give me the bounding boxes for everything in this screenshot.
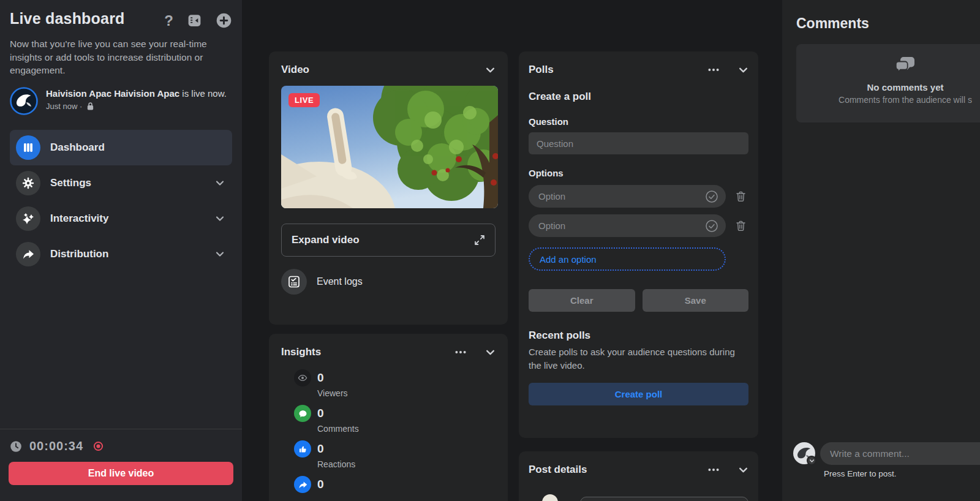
video-card-title: Video	[281, 64, 309, 76]
chevron-down-icon[interactable]	[485, 347, 496, 358]
chevron-down-icon[interactable]	[485, 65, 496, 75]
expand-video-button[interactable]: Expand video	[281, 224, 496, 257]
stat-shares: 0	[294, 476, 496, 495]
sidebar-footer: 00:00:34 End live video	[0, 429, 242, 501]
more-options-icon[interactable]	[707, 464, 720, 476]
chevron-badge-icon[interactable]	[807, 456, 816, 465]
create-poll-button[interactable]: Create poll	[529, 383, 748, 405]
question-label: Question	[529, 116, 748, 127]
stat-label: Viewers	[317, 388, 496, 398]
live-producer-app: Live dashboard ? Now that you're live yo…	[0, 0, 980, 501]
clock-icon	[10, 440, 22, 453]
post-preview-box	[580, 497, 748, 501]
post-details-title: Post details	[529, 464, 587, 476]
polls-card-title: Polls	[529, 64, 554, 76]
more-options-icon[interactable]	[454, 346, 467, 358]
option-row	[529, 214, 748, 237]
more-options-icon[interactable]	[707, 64, 720, 76]
no-comments-subtitle: Comments from the audience will s	[796, 95, 980, 105]
check-circle-icon[interactable]	[705, 219, 718, 233]
options-label: Options	[529, 168, 748, 178]
sidebar-item-label: Dashboard	[50, 141, 105, 154]
broadcaster-name: Haivision Apac Haivision Apac	[46, 88, 179, 99]
page-title: Live dashboard	[10, 10, 125, 28]
chevron-down-icon[interactable]	[738, 65, 748, 75]
event-logs-icon	[281, 269, 307, 295]
sparkles-icon	[16, 206, 40, 231]
stat-value: 0	[317, 478, 496, 491]
comment-icon	[294, 405, 311, 422]
trash-icon[interactable]	[735, 220, 747, 232]
live-timer: 00:00:34	[29, 439, 83, 453]
polls-card: Polls Create a poll Question Options	[519, 51, 758, 438]
add-option-button[interactable]: Add an option	[529, 247, 726, 271]
live-status-suffix: is live now.	[179, 88, 227, 99]
sidebar-nav: Dashboard Settings Interactivity	[10, 130, 232, 272]
speech-bubbles-icon	[895, 56, 916, 73]
collapse-panel-icon[interactable]	[187, 13, 202, 28]
event-logs-item[interactable]: Event logs	[281, 269, 496, 295]
live-video-preview[interactable]: LIVE	[281, 86, 498, 208]
stat-value: 0	[317, 371, 496, 385]
sidebar-item-dashboard[interactable]: Dashboard	[10, 130, 232, 165]
comments-empty-state: No comments yet Comments from the audien…	[796, 44, 980, 122]
gear-icon	[16, 171, 40, 195]
question-input[interactable]	[529, 132, 748, 154]
sidebar-item-label: Distribution	[50, 248, 108, 260]
comments-title: Comments	[796, 15, 869, 32]
stat-comments: 0 Comments	[294, 405, 496, 434]
sidebar-item-distribution[interactable]: Distribution	[10, 236, 232, 272]
share-icon	[294, 476, 311, 493]
chevron-down-icon[interactable]	[738, 465, 748, 475]
comment-hint: Press Enter to post.	[824, 469, 897, 478]
comment-input[interactable]	[820, 442, 980, 465]
recent-polls-description: Create polls to ask your audience questi…	[529, 345, 748, 372]
stat-value: 0	[317, 407, 496, 420]
trash-icon[interactable]	[735, 190, 747, 202]
lock-icon	[86, 102, 94, 111]
stat-reactions: 0 Reactions	[294, 440, 496, 469]
create-poll-heading: Create a poll	[529, 91, 748, 103]
avatar	[10, 87, 38, 115]
chevron-down-icon	[215, 178, 225, 188]
stat-value: 0	[317, 442, 496, 456]
expand-video-label: Expand video	[292, 234, 360, 246]
post-avatar	[542, 494, 558, 501]
sidebar-item-label: Settings	[50, 177, 91, 189]
chevron-down-icon	[215, 249, 225, 259]
help-icon[interactable]: ?	[164, 13, 173, 28]
option-input[interactable]	[538, 191, 705, 202]
option-input[interactable]	[538, 220, 705, 231]
stat-label: Comments	[317, 424, 496, 434]
live-status-text: Haivision Apac Haivision Apac is live no…	[46, 87, 230, 100]
sidebar-description: Now that you're live you can see your re…	[10, 37, 218, 77]
video-card: Video	[269, 51, 508, 325]
recent-polls-heading: Recent polls	[529, 330, 748, 342]
clear-button[interactable]: Clear	[529, 289, 635, 312]
expand-icon	[474, 235, 485, 246]
insights-card-title: Insights	[281, 346, 321, 358]
live-status-meta: Just now ·	[46, 102, 82, 111]
stat-label: Reactions	[317, 459, 496, 469]
live-status: Haivision Apac Haivision Apac is live no…	[10, 87, 232, 115]
add-icon[interactable]	[216, 12, 232, 29]
post-details-card: Post details	[519, 451, 758, 501]
live-badge: LIVE	[288, 93, 320, 107]
check-circle-icon[interactable]	[705, 190, 718, 203]
stat-viewers: 0 Viewers	[294, 369, 496, 398]
dashboard-icon	[16, 135, 40, 160]
share-arrow-icon	[16, 242, 40, 266]
comments-panel: Comments No comments yet Comments from t…	[782, 0, 980, 501]
thumbs-up-icon	[294, 440, 311, 458]
sidebar-item-label: Interactivity	[50, 213, 108, 225]
sidebar-item-settings[interactable]: Settings	[10, 165, 232, 201]
no-comments-title: No comments yet	[796, 82, 980, 92]
event-logs-label: Event logs	[317, 276, 363, 287]
sidebar-item-interactivity[interactable]: Interactivity	[10, 201, 232, 236]
option-row	[529, 185, 748, 208]
end-live-video-button[interactable]: End live video	[9, 462, 233, 485]
chevron-down-icon	[215, 214, 225, 224]
sidebar: Live dashboard ? Now that you're live yo…	[0, 0, 242, 501]
eye-icon	[294, 369, 311, 386]
save-button[interactable]: Save	[643, 289, 749, 312]
